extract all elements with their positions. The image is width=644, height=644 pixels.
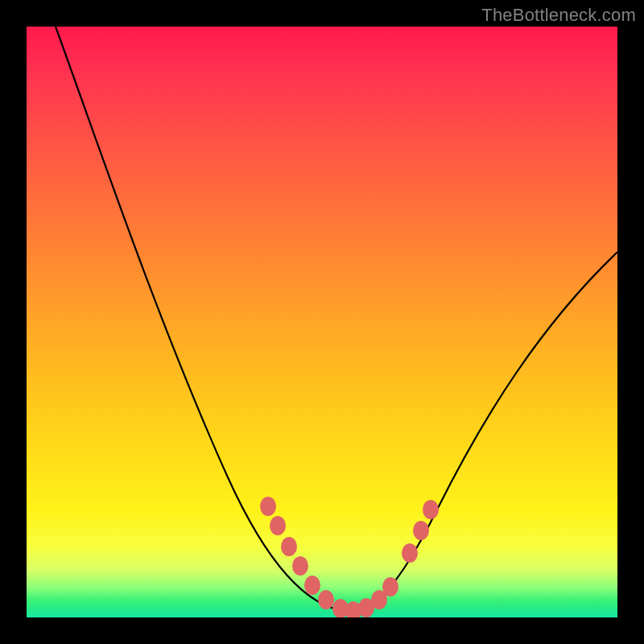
svg-point-10 xyxy=(382,577,398,597)
svg-point-11 xyxy=(402,543,418,563)
svg-point-2 xyxy=(281,537,297,556)
svg-point-3 xyxy=(292,556,308,576)
marker-group xyxy=(260,497,439,617)
bottleneck-curve xyxy=(56,27,617,611)
svg-point-8 xyxy=(358,598,374,617)
svg-point-9 xyxy=(371,590,387,609)
svg-point-7 xyxy=(345,601,361,617)
watermark-text: TheBottleneck.com xyxy=(481,5,636,26)
svg-point-12 xyxy=(413,521,429,540)
svg-point-13 xyxy=(423,500,439,519)
plot-area xyxy=(27,27,617,617)
svg-point-0 xyxy=(260,497,276,516)
curve-svg xyxy=(27,27,617,617)
svg-point-6 xyxy=(332,599,349,617)
svg-point-1 xyxy=(270,516,286,535)
svg-point-5 xyxy=(318,590,334,609)
svg-point-4 xyxy=(304,576,320,595)
chart-frame: TheBottleneck.com xyxy=(0,0,644,644)
